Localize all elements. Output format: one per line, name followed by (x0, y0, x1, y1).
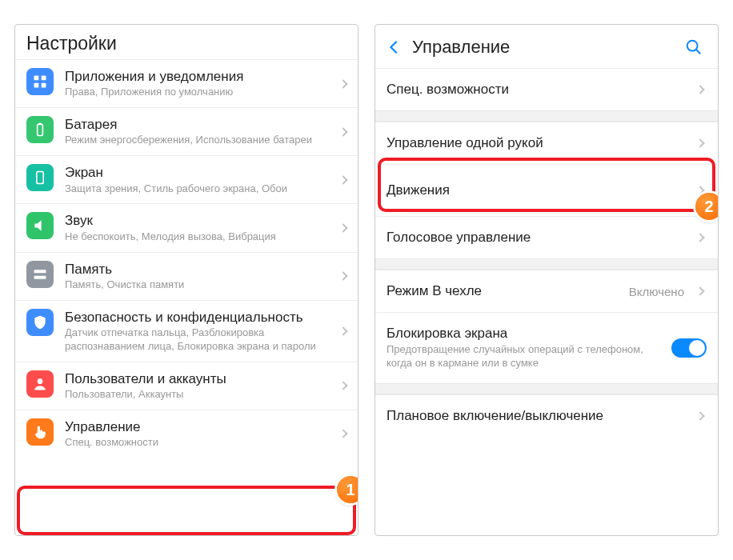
svg-point-10 (687, 41, 698, 51)
row-subtitle: Память, Очистка памяти (65, 278, 334, 292)
header-bar: Управление (375, 25, 718, 68)
row-label: Движения (387, 182, 691, 198)
row-pocket-lock: Блокировка экрана Предотвращение случайн… (375, 312, 718, 383)
apps-icon (26, 68, 54, 95)
row-title: Управление (65, 418, 334, 435)
row-apps-notifications[interactable]: Приложения и уведомления Права, Приложен… (15, 59, 358, 107)
row-title: Память (65, 261, 334, 278)
row-sound[interactable]: Звук Не беспокоить, Мелодия вызова, Вибр… (15, 203, 358, 251)
row-value: Включено (629, 285, 684, 298)
chevron-right-icon (338, 382, 347, 390)
chevron-right-icon (695, 186, 704, 194)
smart-assist-pane: Управление Спец. возможности Управление … (375, 24, 719, 536)
sound-icon (26, 212, 54, 239)
page-title: Управление (412, 37, 683, 58)
chevron-right-icon (338, 175, 347, 184)
row-title: Приложения и уведомления (65, 68, 334, 85)
row-scheduled-power[interactable]: Плановое включение/выключение (375, 394, 718, 437)
row-users-accounts[interactable]: Пользователи и аккаунты Пользователи, Ак… (15, 362, 358, 410)
row-screen[interactable]: Экран Защита зрения, Стиль рабочего экра… (15, 155, 358, 203)
section-gap (375, 110, 718, 122)
row-subtitle: Режим энергосбережения, Использование ба… (65, 134, 334, 147)
chevron-right-icon (695, 411, 704, 420)
row-subtitle: Пользователи, Аккаунты (65, 388, 334, 402)
battery-icon (26, 116, 54, 143)
storage-icon (26, 261, 54, 288)
row-subtitle: Защита зрения, Стиль рабочего экрана, Об… (65, 182, 334, 196)
back-button[interactable] (383, 36, 406, 58)
highlight-box (17, 486, 356, 535)
chevron-right-icon (338, 326, 347, 335)
row-label: Блокировка экрана (387, 326, 663, 342)
row-case-mode[interactable]: Режим В чехле Включено (375, 270, 718, 312)
row-subtitle: Не беспокоить, Мелодия вызова, Вибрация (65, 230, 334, 244)
row-subtitle: Спец. возможности (65, 436, 334, 450)
row-smart-assist[interactable]: Управление Спец. возможности (15, 410, 358, 458)
svg-rect-7 (34, 270, 46, 273)
chevron-right-icon (695, 85, 704, 94)
row-label: Режим В чехле (387, 283, 629, 299)
chevron-right-icon (338, 271, 347, 280)
row-title: Безопасность и конфиденциальность (65, 309, 334, 326)
chevron-right-icon (695, 286, 704, 295)
row-battery[interactable]: Батарея Режим энергосбережения, Использо… (15, 107, 358, 155)
settings-pane: Настройки Приложения и уведомления Права… (14, 24, 358, 536)
row-one-hand[interactable]: Управление одной рукой (375, 122, 718, 164)
chevron-right-icon (338, 430, 347, 438)
page-title: Настройки (15, 25, 358, 59)
row-security[interactable]: Безопасность и конфиденциальность Датчик… (15, 300, 358, 362)
row-subtitle: Датчик отпечатка пальца, Разблокировка р… (65, 326, 334, 354)
row-label: Спец. возможности (387, 82, 691, 98)
row-storage[interactable]: Память Память, Очистка памяти (15, 252, 358, 300)
row-description: Предотвращение случайных операций с теле… (387, 343, 663, 370)
chevron-right-icon (695, 138, 704, 147)
svg-rect-0 (34, 76, 39, 81)
svg-rect-5 (38, 123, 41, 125)
row-accessibility[interactable]: Спец. возможности (375, 68, 718, 110)
chevron-right-icon (338, 127, 347, 136)
chevron-right-icon (338, 79, 347, 88)
row-label: Голосовое управление (387, 230, 691, 246)
row-motions[interactable]: Движения (375, 164, 718, 216)
step-badge-1: 1 (337, 476, 358, 503)
svg-rect-4 (38, 124, 43, 135)
user-icon (26, 370, 54, 398)
section-gap (375, 258, 718, 270)
section-gap (375, 383, 718, 394)
row-title: Пользователи и аккаунты (65, 370, 334, 387)
search-button[interactable] (683, 36, 705, 58)
chevron-right-icon (695, 233, 704, 242)
svg-rect-1 (42, 76, 46, 81)
row-label: Плановое включение/выключение (387, 408, 691, 424)
svg-rect-2 (34, 83, 39, 88)
row-voice-control[interactable]: Голосовое управление (375, 216, 718, 258)
shield-icon (26, 309, 54, 336)
row-title: Звук (65, 212, 334, 229)
toggle-pocket-lock[interactable] (671, 338, 707, 358)
row-title: Экран (65, 164, 334, 181)
svg-rect-6 (37, 172, 43, 184)
screen-icon (26, 164, 54, 191)
hand-icon (26, 418, 54, 446)
row-label: Управление одной рукой (387, 135, 691, 151)
chevron-right-icon (338, 223, 347, 232)
row-subtitle: Права, Приложения по умолчанию (65, 86, 334, 99)
row-title: Батарея (65, 116, 334, 133)
svg-point-9 (38, 378, 43, 384)
svg-rect-3 (42, 83, 46, 88)
svg-rect-8 (34, 275, 46, 278)
